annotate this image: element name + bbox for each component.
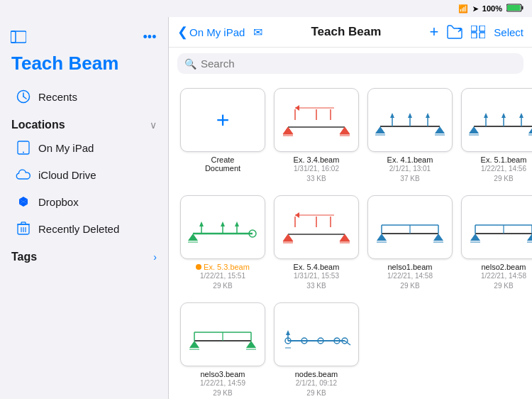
file-name: nelso1.beam <box>388 263 433 271</box>
trash-icon <box>16 221 31 236</box>
svg-marker-87 <box>433 234 443 241</box>
svg-marker-96 <box>527 234 532 241</box>
file-meta: 1/22/21, 14:5829 KB <box>481 271 526 291</box>
file-item[interactable]: Ex. 5.4.beam1/31/21, 15:5333 KB <box>274 195 359 291</box>
file-meta: 1/22/21, 14:5929 KB <box>200 378 245 398</box>
svg-rect-3 <box>11 31 16 43</box>
file-name: Ex. 4.1.beam <box>387 155 433 164</box>
file-item[interactable]: Ex. 3.4.beam1/31/21, 16:0233 KB <box>274 88 359 184</box>
svg-marker-46 <box>426 113 430 118</box>
svg-marker-42 <box>390 113 394 118</box>
file-thumbnail <box>461 195 532 259</box>
highlighted-file-name: Ex. 5.3.beam <box>204 263 250 271</box>
file-item[interactable]: Ex. 5.1.beam1/22/21, 14:5629 KB <box>461 88 532 184</box>
grid-view-icon[interactable] <box>471 26 485 38</box>
svg-point-9 <box>23 152 24 153</box>
ipad-icon <box>16 140 31 155</box>
svg-marker-81 <box>295 212 299 218</box>
file-name: Ex. 5.4.beam <box>294 263 340 271</box>
file-thumbnail <box>180 302 265 366</box>
select-button[interactable]: Select <box>494 26 523 38</box>
clock-icon <box>16 89 31 104</box>
svg-marker-53 <box>484 113 488 118</box>
create-document-label: CreateDocument <box>205 155 240 173</box>
svg-rect-26 <box>471 26 477 31</box>
folder-icon[interactable] <box>447 25 462 39</box>
mail-icon[interactable]: ✉ <box>253 26 262 39</box>
svg-marker-67 <box>199 222 204 226</box>
svg-marker-35 <box>340 127 350 134</box>
file-item[interactable]: nelso2.beam1/22/21, 14:5829 KB <box>461 195 532 291</box>
add-button[interactable]: + <box>429 23 438 41</box>
svg-marker-77 <box>340 234 350 241</box>
svg-rect-29 <box>480 33 485 38</box>
file-name: Ex. 3.4.beam <box>294 155 340 164</box>
file-item[interactable]: nelso3.beam1/22/21, 14:5929 KB <box>180 302 265 398</box>
tags-chevron-icon: › <box>153 251 157 263</box>
svg-rect-1 <box>522 6 523 10</box>
file-meta: 1/31/21, 16:0233 KB <box>294 164 339 184</box>
search-container: 🔍 <box>169 48 532 80</box>
toolbar-title: Teach Beam <box>268 25 423 39</box>
svg-marker-105 <box>246 341 256 348</box>
file-thumbnail <box>274 195 359 259</box>
svg-marker-48 <box>435 126 445 133</box>
toolbar: ❮ On My iPad ✉ Teach Beam + <box>169 17 532 48</box>
file-thumbnail <box>180 195 265 259</box>
svg-rect-2 <box>507 5 521 11</box>
sidebar-toggle-button[interactable] <box>9 27 28 47</box>
file-thumbnail <box>367 195 453 259</box>
file-item[interactable]: +CreateDocument <box>180 88 265 184</box>
back-button[interactable]: ❮ On My iPad <box>177 24 245 40</box>
sidebar-item-recents[interactable]: Recents <box>4 83 164 110</box>
file-meta: 1/31/21, 15:5333 KB <box>294 271 339 291</box>
svg-rect-27 <box>480 26 485 31</box>
location-icon: ➤ <box>472 5 478 13</box>
file-meta: 2/1/21, 13:0137 KB <box>389 164 431 184</box>
svg-marker-69 <box>221 222 225 226</box>
create-plus-icon: + <box>216 107 230 133</box>
svg-marker-71 <box>235 222 239 226</box>
svg-marker-57 <box>519 113 523 118</box>
sidebar-recents-label: Recents <box>38 91 77 103</box>
file-grid: +CreateDocument Ex. 3.4.beam1/31/21, 16:… <box>169 80 532 399</box>
orange-dot <box>196 264 201 270</box>
file-item[interactable]: nodes.beam2/1/21, 09:1229 KB <box>274 302 359 398</box>
svg-marker-44 <box>408 113 412 118</box>
sidebar-item-recently-deleted[interactable]: Recently Deleted <box>4 215 164 242</box>
icloud-icon <box>16 167 31 182</box>
battery-level: 100% <box>482 4 502 13</box>
sidebar-item-dropbox[interactable]: Dropbox <box>4 188 164 215</box>
file-name: nodes.beam <box>295 370 338 378</box>
sidebar-dropbox-label: Dropbox <box>38 196 79 208</box>
file-thumbnail <box>274 88 359 152</box>
svg-rect-4 <box>11 31 26 43</box>
file-meta: 1/22/21, 14:5629 KB <box>481 164 526 184</box>
file-thumbnail <box>461 88 532 152</box>
file-item[interactable]: nelso1.beam1/22/21, 14:5829 KB <box>367 195 453 291</box>
sidebar-item-on-my-ipad[interactable]: On My iPad <box>4 134 164 161</box>
file-name: nelso2.beam <box>482 263 526 271</box>
wifi-icon: 📶 <box>458 4 468 13</box>
sidebar-item-icloud[interactable]: iCloud Drive <box>4 161 164 188</box>
search-input[interactable] <box>201 58 516 70</box>
tags-section-header[interactable]: Tags › <box>0 245 168 266</box>
file-item[interactable]: Ex. 5.3.beam1/22/21, 15:5129 KB <box>180 195 265 291</box>
svg-marker-95 <box>470 234 480 241</box>
search-icon: 🔍 <box>184 58 196 70</box>
file-item[interactable]: Ex. 4.1.beam2/1/21, 13:0137 KB <box>367 88 453 184</box>
file-meta: 1/22/21, 15:5129 KB <box>200 271 245 291</box>
locations-section-header[interactable]: Locations ∨ <box>0 113 168 134</box>
battery-icon <box>506 4 523 13</box>
file-name: Ex. 5.3.beam <box>196 263 250 271</box>
file-thumbnail <box>274 302 359 366</box>
dropbox-icon <box>16 194 31 209</box>
sidebar-more-button[interactable]: ••• <box>140 27 160 47</box>
svg-marker-63 <box>188 234 198 241</box>
file-meta: 2/1/21, 09:1229 KB <box>296 378 337 398</box>
svg-marker-34 <box>283 127 293 134</box>
locations-title: Locations <box>11 119 65 131</box>
svg-marker-58 <box>469 126 479 133</box>
file-name: nelso3.beam <box>201 370 245 378</box>
svg-marker-76 <box>283 234 293 241</box>
